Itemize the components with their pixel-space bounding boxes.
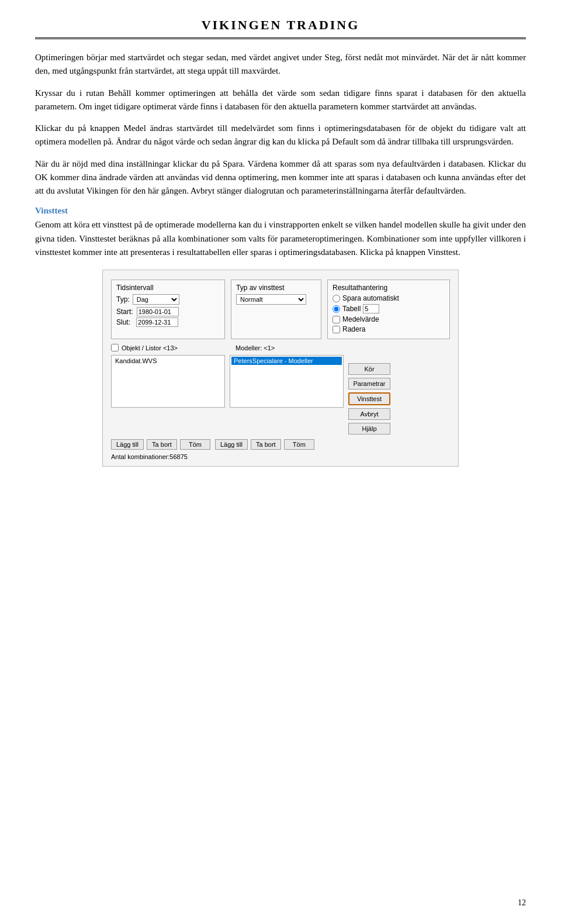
typ-select[interactable]: Dag Vecka Månad bbox=[133, 294, 179, 305]
bottom-bar: Lägg till Ta bort Töm Lägg till Ta bort … bbox=[111, 439, 450, 450]
tabell-row: Tabell bbox=[333, 304, 445, 313]
resultathantering-section: Resultathantering Spara automatiskt Tabe… bbox=[327, 280, 450, 339]
paragraph-5: Genom att köra ett vinsttest på de optim… bbox=[35, 218, 526, 259]
objekt-modeller-header-row: Objekt / Listor <13> Modeller: <1> bbox=[111, 344, 450, 351]
typ-label: Typ: bbox=[116, 295, 130, 304]
ta-bort-1-button[interactable]: Ta bort bbox=[147, 439, 177, 450]
side-buttons: Kör Parametrar Vinsttest Avbryt Hjälp bbox=[348, 355, 390, 435]
dialog-box: Tidsintervall Typ: Dag Vecka Månad Start… bbox=[102, 270, 459, 467]
spara-auto-label: Spara automatiskt bbox=[342, 294, 399, 302]
medelvarde-row: Medelvärde bbox=[333, 315, 445, 323]
start-slut-row: Start: bbox=[116, 307, 220, 316]
antal-kombinationer: Antal kombinationer:56875 bbox=[111, 453, 450, 460]
spara-auto-radio[interactable] bbox=[333, 295, 340, 302]
tom-1-button[interactable]: Töm bbox=[180, 439, 210, 450]
tidsintervall-section: Tidsintervall Typ: Dag Vecka Månad Start… bbox=[111, 280, 225, 339]
page: VIKINGEN TRADING Optimeringen börjar med… bbox=[0, 0, 561, 924]
tabell-label: Tabell bbox=[342, 305, 361, 313]
vinsttest-heading: Vinsttest bbox=[35, 206, 526, 216]
slut-input[interactable] bbox=[136, 318, 178, 327]
resultathantering-title: Resultathantering bbox=[333, 284, 445, 292]
kor-button[interactable]: Kör bbox=[348, 363, 390, 375]
paragraph-2: Kryssar du i rutan Behåll kommer optimer… bbox=[35, 87, 526, 114]
dialog-bottom-section: Kandidat.WVS PetersSpecialare - Modeller… bbox=[111, 355, 450, 435]
peters-item[interactable]: PetersSpecialare - Modeller bbox=[231, 357, 342, 365]
tidsintervall-title: Tidsintervall bbox=[116, 284, 220, 292]
vinsttest-button[interactable]: Vinsttest bbox=[348, 392, 390, 405]
page-title: VIKINGEN TRADING bbox=[202, 18, 360, 32]
hjalp-button[interactable]: Hjälp bbox=[348, 423, 390, 435]
dialog-top-row: Tidsintervall Typ: Dag Vecka Månad Start… bbox=[111, 280, 450, 339]
tom-2-button[interactable]: Töm bbox=[284, 439, 314, 450]
medelvarde-label: Medelvärde bbox=[342, 315, 379, 323]
modeller-label: Modeller: <1> bbox=[236, 344, 275, 351]
vinsttest-type-select[interactable]: Normalt Annat bbox=[236, 294, 306, 305]
typ-row: Typ: Dag Vecka Månad bbox=[116, 294, 220, 305]
radera-checkbox[interactable] bbox=[333, 326, 340, 333]
spara-auto-row: Spara automatiskt bbox=[333, 294, 445, 302]
kandidat-list-container: Kandidat.WVS bbox=[111, 355, 225, 435]
lagg-till-1-button[interactable]: Lägg till bbox=[111, 439, 144, 450]
page-header: VIKINGEN TRADING bbox=[35, 18, 526, 39]
tabell-number-input[interactable] bbox=[363, 304, 379, 313]
kandidat-list[interactable]: Kandidat.WVS bbox=[111, 355, 225, 408]
ta-bort-2-button[interactable]: Ta bort bbox=[251, 439, 281, 450]
objekt-checkbox[interactable] bbox=[111, 344, 119, 351]
paragraph-4: När du är nöjd med dina inställningar kl… bbox=[35, 157, 526, 198]
modeller-list[interactable]: PetersSpecialare - Modeller bbox=[230, 355, 344, 408]
start-input[interactable] bbox=[137, 307, 179, 316]
typ-vinsttest-section: Typ av vinsttest Normalt Annat bbox=[231, 280, 321, 339]
radera-row: Radera bbox=[333, 325, 445, 333]
paragraph-1: Optimeringen börjar med startvärdet och … bbox=[35, 51, 526, 78]
slut-row: Slut: bbox=[116, 318, 220, 327]
tabell-radio[interactable] bbox=[333, 305, 340, 313]
slut-label: Slut: bbox=[116, 318, 130, 326]
radera-label: Radera bbox=[342, 325, 365, 333]
page-number: 12 bbox=[518, 898, 526, 908]
avbryt-button[interactable]: Avbryt bbox=[348, 408, 390, 420]
objekt-listor-label: Objekt / Listor <13> bbox=[122, 344, 178, 351]
bottom-bar-group-2: Lägg till Ta bort Töm bbox=[215, 439, 314, 450]
typ-vinsttest-title: Typ av vinsttest bbox=[236, 284, 316, 292]
paragraph-3: Klickar du på knappen Medel ändras start… bbox=[35, 122, 526, 149]
start-label: Start: bbox=[116, 308, 133, 316]
kandidat-item: Kandidat.WVS bbox=[113, 357, 223, 365]
lagg-till-2-button[interactable]: Lägg till bbox=[215, 439, 248, 450]
parametrar-button[interactable]: Parametrar bbox=[348, 378, 390, 389]
modeller-list-container: PetersSpecialare - Modeller bbox=[230, 355, 344, 435]
bottom-bar-group-1: Lägg till Ta bort Töm bbox=[111, 439, 210, 450]
medelvarde-checkbox[interactable] bbox=[333, 316, 340, 323]
